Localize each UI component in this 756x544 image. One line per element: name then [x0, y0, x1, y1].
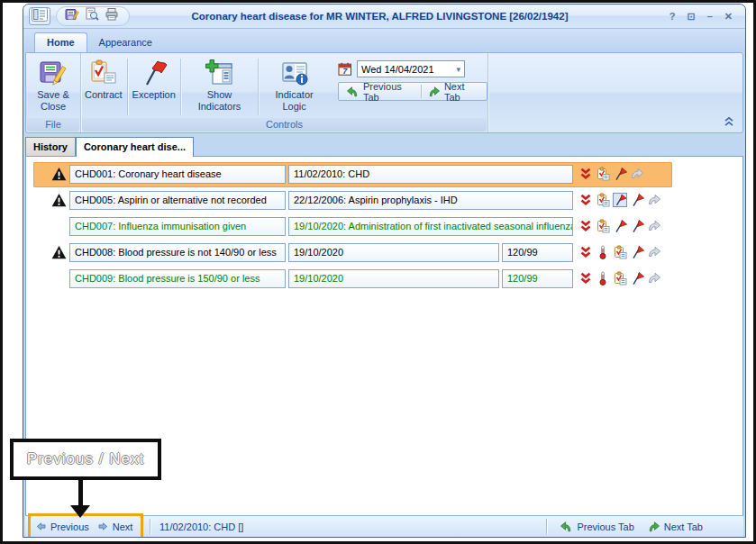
next-tab-arrow-icon — [647, 520, 660, 533]
indicator-cell-date_wide[interactable]: 19/10/2020: Administration of first inac… — [288, 217, 573, 236]
exception-button[interactable]: Exception — [129, 56, 179, 118]
indicator-row: CHD005: Aspirin or alternative not recor… — [26, 191, 742, 211]
help-button[interactable]: ? — [669, 12, 676, 22]
exception-flag-icon[interactable] — [630, 219, 644, 233]
quick-access-toolbar — [56, 6, 130, 26]
divider — [127, 59, 128, 115]
contract-icon[interactable] — [596, 219, 610, 233]
ribbon: Save & Close File ContractExceptionShow … — [25, 52, 743, 133]
indicator-cell-desc[interactable]: CHD007: Influenza immunisation given — [69, 217, 286, 236]
exception-flag-icon[interactable] — [630, 245, 644, 259]
date-picker-value: Wed 14/04/2021 — [361, 64, 434, 75]
save-and-close-label: Save & Close — [30, 89, 77, 112]
ribbon-group-controls: ContractExceptionShow IndicatorsIndicato… — [81, 53, 488, 132]
exception-flag-icon[interactable] — [613, 167, 627, 181]
undo-disabled-icon[interactable] — [630, 167, 644, 181]
ribbon-tab-appearance[interactable]: Appearance — [87, 33, 164, 52]
collapse-ribbon-button[interactable] — [722, 114, 736, 129]
next-tab-button[interactable]: Next Tab — [422, 81, 485, 103]
indicator-cell-desc[interactable]: CHD005: Aspirin or alternative not recor… — [69, 191, 286, 210]
contract-icon[interactable] — [596, 167, 610, 181]
expand-icon[interactable] — [578, 245, 593, 259]
restore-button[interactable]: ⊡ — [687, 12, 695, 22]
indicator-cell-date_wide[interactable]: 11/02/2010: CHD — [288, 165, 573, 184]
previous-tab-arrow-icon — [346, 85, 360, 98]
indicator-row: CHD009: Blood pressure is 150/90 or less… — [26, 269, 742, 289]
indicator-cell-desc[interactable]: CHD001: Coronary heart disease — [69, 165, 286, 184]
row-actions — [578, 167, 644, 181]
indicator-cell-value[interactable]: 120/99 — [502, 243, 573, 262]
show-indicators-button[interactable]: Show Indicators — [182, 56, 257, 118]
print-button[interactable] — [104, 9, 120, 23]
controls-right: 7 Wed 14/04/2021 ▾ Previous Tab — [338, 56, 487, 118]
indicator-cell-desc[interactable]: CHD009: Blood pressure is 150/90 or less — [69, 269, 286, 288]
previous-tab-arrow-icon — [560, 520, 573, 533]
next-button[interactable]: Next — [97, 521, 133, 532]
expand-icon[interactable] — [578, 193, 593, 207]
content-tab-history[interactable]: History — [25, 137, 76, 156]
file-group-label: File — [27, 118, 79, 131]
exception-flag-icon[interactable] — [630, 193, 644, 207]
indicator-panel: CHD001: Coronary heart disease11/02/2010… — [25, 156, 743, 515]
window-title: Coronary heart disease for MR WINTER, AL… — [132, 11, 628, 22]
titlebar: Coronary heart disease for MR WINTER, AL… — [23, 5, 745, 29]
window-controls: ? ⊡ – ✕ — [669, 12, 740, 22]
exception-flag-icon[interactable] — [613, 219, 627, 233]
thermometer-icon[interactable] — [596, 271, 610, 286]
exception-flag-boxed-icon[interactable] — [613, 193, 627, 207]
date-picker[interactable]: Wed 14/04/2021 ▾ — [357, 60, 465, 77]
undo-disabled-icon[interactable] — [647, 245, 661, 259]
content-tab-coronary-heart-dise-[interactable]: Coronary heart dise... — [76, 137, 194, 157]
indicator-cell-date[interactable]: 19/10/2020 — [288, 269, 499, 288]
row-actions — [578, 271, 661, 286]
previous-button[interactable]: Previous — [35, 521, 89, 532]
save-button[interactable] — [64, 9, 80, 23]
dropdown-arrow-icon[interactable]: ▾ — [456, 65, 460, 74]
divider — [150, 519, 150, 534]
expand-icon[interactable] — [578, 219, 593, 233]
exception-flag-icon[interactable] — [630, 271, 644, 286]
indicator-cell-value[interactable]: 120/99 — [502, 269, 573, 288]
print-preview-button[interactable] — [84, 9, 100, 23]
expand-icon[interactable] — [578, 271, 593, 286]
indicator-cell-date_wide[interactable]: 22/12/2006: Aspirin prophylaxis - IHD — [288, 191, 573, 210]
app-window: Coronary heart disease for MR WINTER, AL… — [23, 4, 746, 538]
previous-tab-button[interactable]: Previous Tab — [341, 81, 421, 103]
save-close-icon — [39, 59, 68, 87]
statusbar: Previous Next 11/02/2010: CHD [] Previou… — [25, 515, 743, 537]
contract-icon[interactable] — [613, 271, 627, 286]
close-button[interactable]: ✕ — [724, 12, 733, 22]
contract-icon[interactable] — [596, 193, 610, 207]
previous-arrow-icon — [35, 521, 47, 532]
exception-lg-icon — [140, 59, 169, 87]
indicator-logic-button[interactable]: Indicator Logic — [260, 56, 329, 118]
undo-disabled-icon[interactable] — [647, 271, 661, 286]
row-actions — [578, 245, 661, 259]
undo-disabled-icon[interactable] — [647, 193, 661, 207]
indicator-logic-lg-icon — [280, 59, 309, 87]
contract-button[interactable]: Contract — [81, 56, 126, 118]
ribbon-tab-home[interactable]: Home — [34, 32, 87, 52]
status-text: 11/02/2010: CHD [] — [159, 521, 243, 532]
indicator-row: CHD008: Blood pressure is not 140/90 or … — [26, 243, 742, 263]
print-icon — [105, 7, 119, 25]
indicator-rows: CHD001: Coronary heart disease11/02/2010… — [26, 157, 742, 289]
next-arrow-icon — [97, 521, 109, 532]
divider — [180, 59, 181, 115]
thermometer-icon[interactable] — [596, 245, 610, 259]
undo-disabled-icon[interactable] — [647, 219, 661, 233]
divider — [546, 519, 547, 534]
expand-icon[interactable] — [578, 167, 593, 181]
app-menu-button[interactable] — [29, 7, 50, 25]
minimize-button[interactable]: – — [707, 12, 713, 22]
content-tabs: HistoryCoronary heart dise... — [23, 133, 745, 156]
statusbar-previous-tab-button[interactable]: Previous Tab — [560, 520, 633, 533]
contract-icon[interactable] — [613, 245, 627, 259]
indicator-cell-date[interactable]: 19/10/2020 — [288, 243, 499, 262]
save-and-close-button[interactable]: Save & Close — [26, 56, 80, 118]
highlight-box: Previous Next — [28, 513, 143, 538]
indicator-cell-desc[interactable]: CHD008: Blood pressure is not 140/90 or … — [69, 243, 286, 262]
controls-group-label: Controls — [82, 118, 487, 131]
contract-lg-icon — [89, 59, 118, 87]
statusbar-next-tab-button[interactable]: Next Tab — [647, 520, 703, 533]
